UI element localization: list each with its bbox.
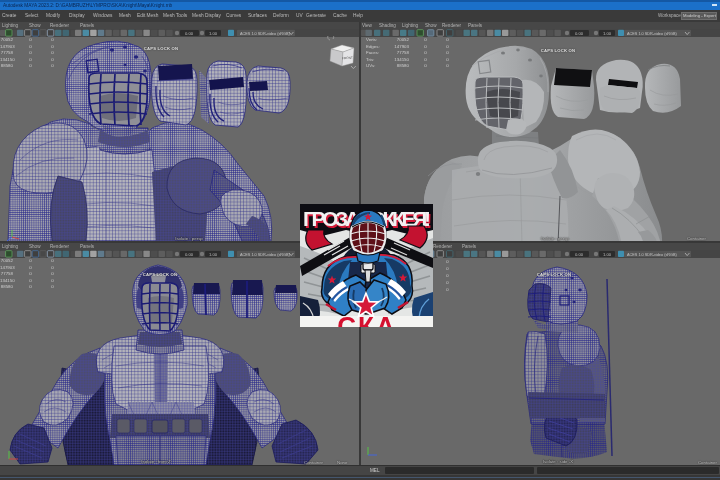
svg-text:FRONT: FRONT xyxy=(342,56,353,61)
svg-text:0.00: 0.00 xyxy=(185,252,194,257)
svg-text:0.00: 0.00 xyxy=(185,31,194,36)
svg-text:0.00: 0.00 xyxy=(575,252,584,257)
svg-text:1.00: 1.00 xyxy=(209,31,218,36)
svg-text:ACES 1.0 SDR-video (sRGB): ACES 1.0 SDR-video (sRGB) xyxy=(627,32,678,36)
svg-text:0.00: 0.00 xyxy=(575,31,584,36)
svg-text:1.00: 1.00 xyxy=(209,252,218,257)
svg-text:ACES 1.0 SDR-video (sRGB): ACES 1.0 SDR-video (sRGB) xyxy=(627,253,678,257)
svg-text:1.00: 1.00 xyxy=(603,252,612,257)
svg-text:1.00: 1.00 xyxy=(603,31,612,36)
svg-text:СКА: СКА xyxy=(337,311,396,327)
svg-text:ACES 1.0 SDR-video (sRGB): ACES 1.0 SDR-video (sRGB) xyxy=(240,253,291,257)
svg-text:ACES 1.0 SDR-video (sRGB): ACES 1.0 SDR-video (sRGB) xyxy=(240,32,291,36)
